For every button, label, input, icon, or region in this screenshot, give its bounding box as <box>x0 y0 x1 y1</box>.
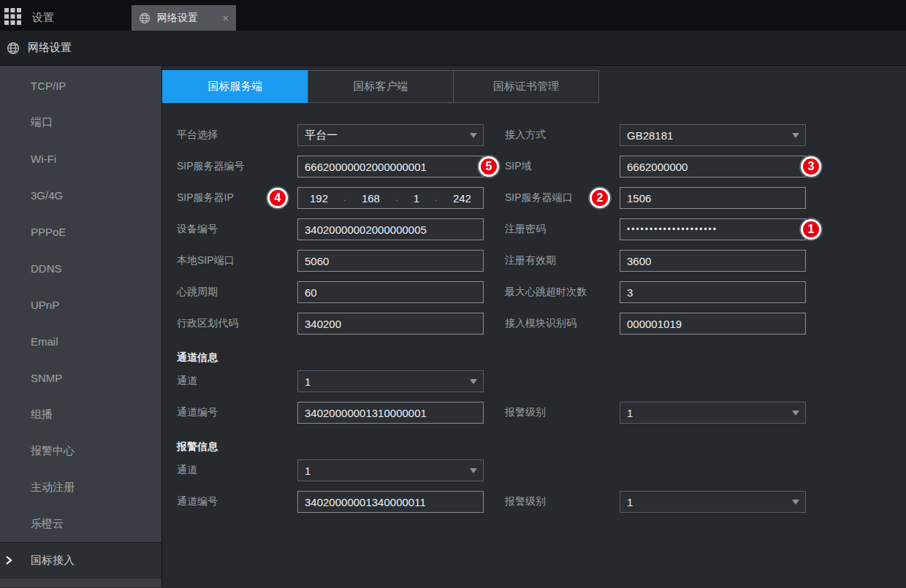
sip-server-id-field-wrap: 5 <box>297 156 484 177</box>
sidebar-item-snmp[interactable]: SNMP <box>0 359 161 396</box>
platform-field-wrap: 平台一 <box>297 124 484 146</box>
sidebar: TCP/IP端口Wi-Fi3G/4GPPPoEDDNSUPnPEmailSNMP… <box>0 66 162 587</box>
ip-octet: 168 <box>362 192 380 205</box>
sidebar-item-alarm-center[interactable]: 报警中心 <box>0 432 161 469</box>
callout-badge-3: 3 <box>801 156 821 177</box>
field-label: 接入模块识别码 <box>484 317 620 330</box>
sidebar-item-gb28181[interactable]: 国标接入 <box>0 542 161 579</box>
channel-select[interactable]: 1 <box>297 370 484 392</box>
platform-select[interactable]: 平台一 <box>297 124 484 146</box>
alarm-level-select[interactable]: 1 <box>620 402 806 424</box>
field-label: 注册有效期 <box>484 254 620 267</box>
sidebar-item-auto-register[interactable]: 主动注册 <box>0 469 161 505</box>
field-label: 报警级别 <box>484 495 620 508</box>
sip-server-id-input[interactable] <box>297 156 484 177</box>
form-row: 通道编号报警级别1 <box>162 491 906 513</box>
sidebar-item-email[interactable]: Email <box>0 323 161 359</box>
field-label: 最大心跳超时次数 <box>484 286 620 299</box>
content-panel: 国标服务端国标客户端国标证书管理 平台选择平台一接入方式GB28181SIP服务… <box>162 66 906 587</box>
field-label: 心跳周期 <box>162 286 297 299</box>
access-module-id-input[interactable] <box>620 313 806 335</box>
field-label: 通道编号 <box>162 495 297 508</box>
access-type-select[interactable]: GB28181 <box>620 124 806 146</box>
alarm-channel-id-input[interactable] <box>297 491 484 513</box>
form-row: SIP服务器IP192.168.1.2424SIP服务器端口2 <box>162 187 906 209</box>
section-title-channel-info: 通道信息 <box>162 344 906 370</box>
launcher-tab-label[interactable]: 设置 <box>32 11 54 25</box>
form-row: 设备编号注册密码1 <box>162 218 906 240</box>
heartbeat-period-input[interactable] <box>297 281 484 303</box>
channel-id-input[interactable] <box>297 402 484 424</box>
app-topbar: 设置 网络设置 × <box>0 0 906 31</box>
ip-octet: 1 <box>414 192 419 205</box>
field-label: 通道 <box>162 464 297 477</box>
callout-badge-5: 5 <box>479 156 499 177</box>
field-label: 报警级别 <box>484 406 620 419</box>
tab-gb-cert[interactable]: 国标证书管理 <box>453 70 599 103</box>
admin-region-code-input[interactable] <box>297 313 484 335</box>
sidebar-item-3g4g[interactable]: 3G/4G <box>0 177 161 213</box>
admin-region-code-field-wrap <box>297 313 484 335</box>
triangle-down-icon <box>792 500 799 505</box>
device-id-input[interactable] <box>297 218 484 240</box>
sidebar-item-label: SNMP <box>31 372 62 384</box>
apps-grid-icon[interactable] <box>4 8 21 25</box>
select-value: 1 <box>305 465 311 477</box>
page-title: 网络设置 <box>28 41 72 55</box>
sip-domain-field-wrap: 3 <box>620 156 806 177</box>
select-value: 1 <box>627 496 633 508</box>
globe-icon <box>139 12 151 24</box>
register-valid-period-input[interactable] <box>620 250 806 272</box>
sidebar-item-label: 主动注册 <box>31 481 75 495</box>
ip-separator: . <box>435 193 437 203</box>
gb28181-server-form: 平台选择平台一接入方式GB28181SIP服务器编号5SIP域3SIP服务器IP… <box>162 124 906 513</box>
sidebar-item-label: TCP/IP <box>31 80 66 92</box>
register-password-input[interactable] <box>620 218 806 240</box>
tab-gb-server[interactable]: 国标服务端 <box>162 70 308 103</box>
max-heartbeat-timeout-input[interactable] <box>620 281 806 303</box>
sidebar-item-label: Email <box>31 335 58 348</box>
sidebar-item-multicast[interactable]: 组播 <box>0 396 161 432</box>
sip-domain-input[interactable] <box>620 156 806 177</box>
sidebar-item-label: PPPoE <box>31 226 66 238</box>
sidebar-item-port[interactable]: 端口 <box>0 104 161 140</box>
sidebar-item-wifi[interactable]: Wi-Fi <box>0 140 161 177</box>
sip-server-port-field-wrap: 2 <box>620 187 806 209</box>
field-label: 行政区划代码 <box>162 317 297 330</box>
sidebar-item-tcpip[interactable]: TCP/IP <box>0 67 161 104</box>
alarm-level-2-select[interactable]: 1 <box>620 491 806 513</box>
sidebar-item-lechange[interactable]: 乐橙云 <box>0 505 161 542</box>
sip-server-ip-field-wrap: 192.168.1.2424 <box>297 187 484 209</box>
callout-badge-1: 1 <box>801 219 821 240</box>
field-label: 设备编号 <box>162 223 297 236</box>
form-row: 本地SIP端口注册有效期 <box>162 250 906 272</box>
triangle-down-icon <box>470 468 477 473</box>
register-password-field-wrap: 1 <box>620 218 806 240</box>
select-value: GB28181 <box>627 129 673 142</box>
triangle-down-icon <box>470 379 477 384</box>
form-row: 平台选择平台一接入方式GB28181 <box>162 124 906 146</box>
sidebar-item-label: 报警中心 <box>31 444 75 458</box>
sip-server-port-input[interactable] <box>620 187 806 209</box>
alarm-channel-field-wrap: 1 <box>297 459 484 481</box>
triangle-down-icon <box>792 411 799 416</box>
alarm-channel-select[interactable]: 1 <box>297 459 484 481</box>
sidebar-item-upnp[interactable]: UPnP <box>0 286 161 323</box>
close-icon[interactable]: × <box>223 13 229 23</box>
alarm-channel-id-field-wrap <box>297 491 484 513</box>
sidebar-item-label: 3G/4G <box>31 189 63 202</box>
sip-server-ip-input[interactable]: 192.168.1.242 <box>297 187 484 209</box>
sidebar-item-pppoe[interactable]: PPPoE <box>0 213 161 250</box>
triangle-down-icon <box>792 133 799 138</box>
select-value: 1 <box>627 407 633 419</box>
ip-octet: 192 <box>310 192 328 205</box>
device-id-field-wrap <box>297 218 484 240</box>
ip-separator: . <box>395 193 397 203</box>
sidebar-item-label: 组播 <box>31 408 53 421</box>
sidebar-item-ddns[interactable]: DDNS <box>0 250 161 286</box>
tab-gb-client[interactable]: 国标客户端 <box>308 70 454 103</box>
local-sip-port-input[interactable] <box>297 250 484 272</box>
form-row: 通道编号报警级别1 <box>162 402 906 424</box>
sidebar-item-label: DDNS <box>31 262 62 275</box>
window-tab-network-settings[interactable]: 网络设置 × <box>132 5 236 31</box>
